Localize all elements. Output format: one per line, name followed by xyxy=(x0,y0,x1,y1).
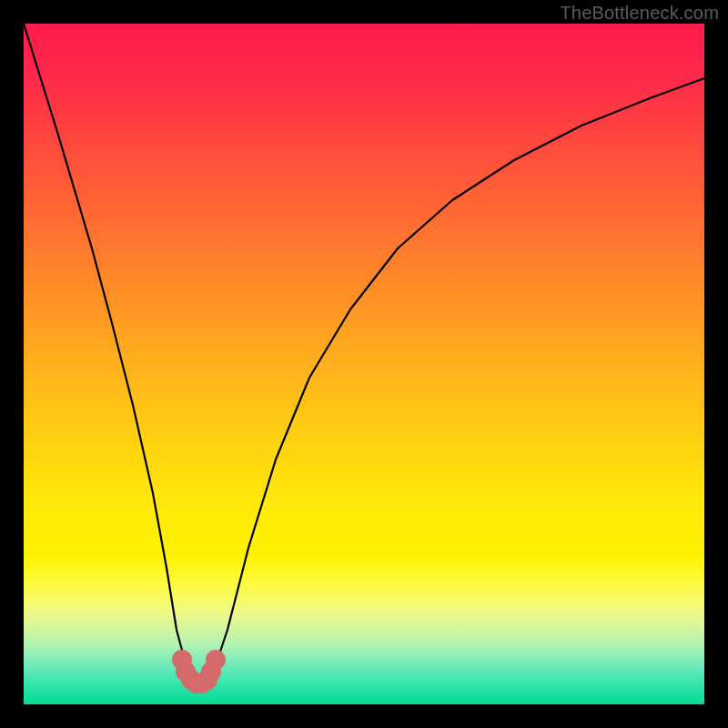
marker-segment xyxy=(177,654,221,689)
plot-area xyxy=(24,24,704,704)
curve-layer xyxy=(24,24,704,704)
svg-point-7 xyxy=(210,654,221,665)
bottleneck-curve xyxy=(24,24,704,691)
watermark-text: TheBottleneck.com xyxy=(560,3,719,24)
chart-container: TheBottleneck.com xyxy=(0,0,728,728)
